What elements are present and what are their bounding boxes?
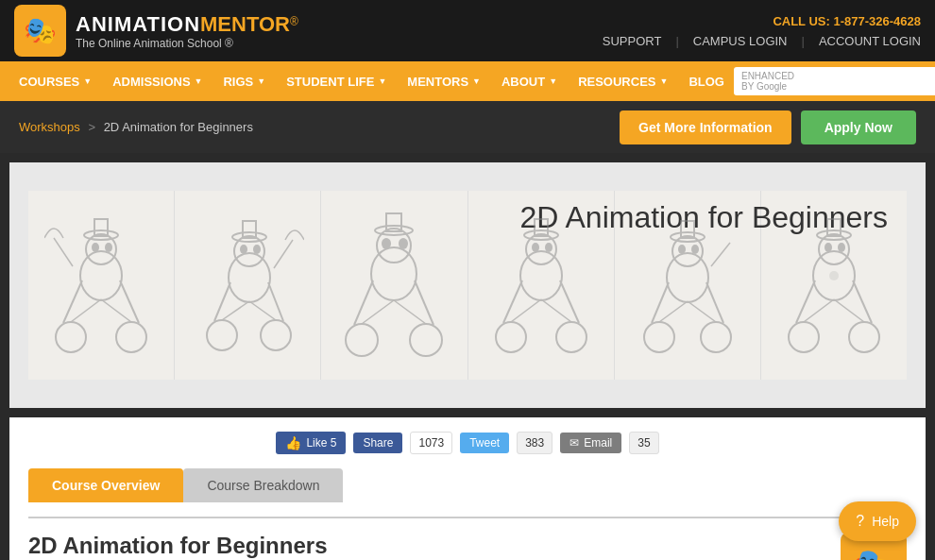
svg-point-56 — [644, 322, 674, 352]
site-header: 🎭 ANIMATIONMENTOR® The Online Animation … — [0, 0, 935, 61]
svg-line-22 — [249, 301, 276, 320]
search-input[interactable] — [799, 75, 931, 88]
social-bar: 👍 Like 5 Share 1073 Tweet 383 ✉ Email 35 — [28, 432, 907, 454]
call-label: CALL US: — [773, 14, 829, 28]
support-link[interactable]: SUPPORT — [603, 34, 662, 48]
svg-point-28 — [382, 238, 391, 249]
svg-point-57 — [701, 322, 731, 352]
separator: | — [675, 34, 678, 48]
nav-about[interactable]: ABOUT ▼ — [492, 61, 567, 101]
call-us: CALL US: 1-877-326-4628 — [773, 14, 921, 28]
svg-point-65 — [824, 243, 832, 252]
svg-point-2 — [92, 243, 99, 252]
svg-point-16 — [253, 245, 261, 254]
svg-line-9 — [101, 299, 131, 322]
svg-point-19 — [207, 320, 237, 350]
nav-admissions[interactable]: ADMISSIONS ▼ — [103, 61, 212, 101]
nav-search-box: ENHANCED BY Google — [734, 67, 935, 95]
campus-login-link[interactable]: CAMPUS LOGIN — [693, 34, 788, 48]
svg-point-41 — [545, 243, 552, 252]
tweet-label: Tweet — [469, 436, 500, 450]
sketch-frame-2 — [175, 191, 321, 380]
nav-student-life[interactable]: STUDENT LIFE ▼ — [277, 61, 396, 101]
svg-point-33 — [410, 324, 442, 356]
logo-area: 🎭 ANIMATIONMENTOR® The Online Animation … — [14, 5, 298, 57]
svg-line-72 — [834, 299, 864, 322]
svg-point-38 — [520, 251, 562, 300]
phone-number: 1-877-326-4628 — [833, 14, 921, 28]
course-logo-icon: 🎭 — [853, 547, 894, 561]
tabs: Course Overview Course Breakdown — [28, 468, 907, 502]
svg-line-8 — [71, 299, 101, 322]
tab-course-overview[interactable]: Course Overview — [28, 468, 183, 502]
course-title: 2D Animation for Beginners — [28, 533, 327, 559]
email-button[interactable]: ✉ Email — [560, 433, 621, 453]
header-links: SUPPORT | CAMPUS LOGIN | ACCOUNT LOGIN — [603, 34, 921, 48]
breadcrumb-parent[interactable]: Workshops — [19, 120, 80, 134]
logo-text: ANIMATIONMENTOR® The Online Animation Sc… — [76, 12, 298, 50]
help-button[interactable]: ? Help — [839, 501, 916, 541]
tab-underline — [28, 517, 907, 518]
breadcrumb-separator: > — [88, 120, 98, 134]
share-count: 1073 — [410, 432, 452, 454]
header-right: CALL US: 1-877-326-4628 SUPPORT | CAMPUS… — [603, 14, 921, 48]
svg-point-70 — [849, 322, 879, 352]
svg-line-21 — [222, 301, 249, 320]
svg-line-67 — [796, 280, 815, 323]
hero-section: 2D Animation for Beginners — [9, 162, 926, 408]
logo-animation: ANIMATION — [76, 12, 200, 36]
nav-rigs[interactable]: RIGS ▼ — [213, 61, 275, 101]
student-life-arrow: ▼ — [378, 76, 386, 86]
tweet-button[interactable]: Tweet — [460, 433, 509, 453]
svg-point-13 — [229, 253, 270, 302]
svg-point-66 — [838, 243, 845, 252]
rigs-arrow: ▼ — [257, 76, 265, 86]
nav-items: COURSES ▼ ADMISSIONS ▼ RIGS ▼ STUDENT LI… — [9, 61, 734, 101]
svg-point-15 — [240, 245, 247, 254]
separator2: | — [802, 34, 805, 48]
svg-point-32 — [346, 324, 378, 356]
svg-line-35 — [394, 300, 426, 324]
sketch-frame-4 — [468, 191, 615, 380]
svg-line-58 — [659, 301, 688, 322]
get-more-info-button[interactable]: Get More Information — [620, 110, 791, 144]
svg-point-69 — [789, 322, 819, 352]
svg-line-5 — [120, 280, 139, 323]
svg-point-29 — [399, 238, 408, 249]
tab-course-breakdown[interactable]: Course Breakdown — [183, 468, 343, 502]
content-area: 👍 Like 5 Share 1073 Tweet 383 ✉ Email 35… — [9, 417, 926, 560]
course-text: 2D Animation for Beginners 6-Week Worksh… — [28, 533, 327, 560]
nav-mentors[interactable]: MENTORS ▼ — [398, 61, 490, 101]
logo-tagline: The Online Animation School ® — [76, 37, 298, 50]
svg-point-52 — [678, 245, 686, 254]
nav-resources[interactable]: RESOURCES ▼ — [569, 61, 677, 101]
logo-icon: 🎭 — [14, 5, 66, 57]
svg-point-20 — [261, 320, 291, 350]
svg-line-4 — [63, 280, 82, 323]
svg-line-59 — [688, 301, 716, 322]
help-label: Help — [872, 514, 899, 529]
courses-arrow: ▼ — [83, 76, 92, 86]
share-label: Share — [363, 436, 393, 450]
svg-point-44 — [496, 322, 526, 352]
nav-courses[interactable]: COURSES ▼ — [9, 61, 101, 101]
svg-line-71 — [804, 299, 834, 322]
svg-point-50 — [667, 253, 708, 302]
about-arrow: ▼ — [549, 76, 557, 86]
facebook-share-button[interactable]: Share — [353, 433, 402, 453]
sketch-frame-3 — [321, 191, 468, 380]
account-login-link[interactable]: ACCOUNT LOGIN — [819, 34, 921, 48]
svg-point-40 — [532, 243, 539, 252]
svg-line-18 — [268, 282, 283, 321]
facebook-like-button[interactable]: 👍 Like 5 — [276, 432, 346, 454]
admissions-arrow: ▼ — [195, 76, 203, 86]
svg-line-42 — [503, 280, 522, 323]
logo-mentor: MENTOR — [200, 12, 290, 36]
sketch-frame-1 — [28, 191, 175, 380]
svg-point-45 — [556, 322, 586, 352]
nav-blog[interactable]: BLOG — [679, 61, 734, 101]
breadcrumb-current: 2D Animation for Beginners — [104, 120, 253, 134]
course-content: 2D Animation for Beginners 6-Week Worksh… — [28, 533, 907, 560]
apply-now-button[interactable]: Apply Now — [801, 110, 916, 144]
mentors-arrow: ▼ — [472, 76, 481, 86]
